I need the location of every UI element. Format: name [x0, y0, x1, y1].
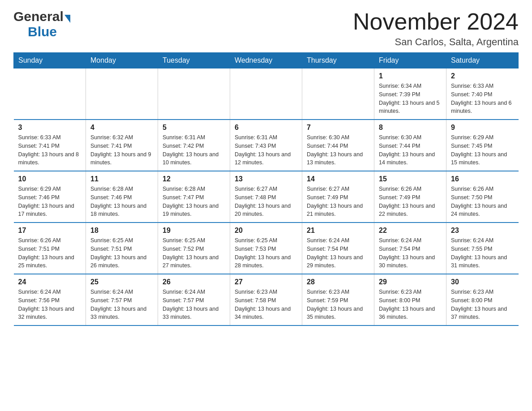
calendar-cell: 10Sunrise: 6:29 AMSunset: 7:46 PMDayligh…	[14, 171, 86, 223]
day-info: Sunrise: 6:23 AMSunset: 8:00 PMDaylight:…	[379, 288, 442, 321]
calendar-week-row: 17Sunrise: 6:26 AMSunset: 7:51 PMDayligh…	[14, 223, 519, 274]
day-number: 20	[235, 227, 297, 235]
day-info: Sunrise: 6:24 AMSunset: 7:56 PMDaylight:…	[18, 288, 82, 321]
day-number: 11	[90, 175, 153, 183]
calendar-cell: 14Sunrise: 6:27 AMSunset: 7:49 PMDayligh…	[302, 171, 374, 223]
day-info: Sunrise: 6:24 AMSunset: 7:57 PMDaylight:…	[90, 288, 153, 321]
day-info: Sunrise: 6:29 AMSunset: 7:45 PMDaylight:…	[451, 133, 514, 167]
day-number: 18	[90, 227, 153, 235]
day-number: 16	[451, 175, 514, 183]
day-info: Sunrise: 6:23 AMSunset: 7:58 PMDaylight:…	[235, 288, 297, 321]
calendar-cell: 6Sunrise: 6:31 AMSunset: 7:43 PMDaylight…	[230, 120, 302, 171]
day-number: 15	[379, 175, 442, 183]
calendar-cell: 5Sunrise: 6:31 AMSunset: 7:42 PMDaylight…	[158, 120, 230, 171]
day-number: 8	[379, 124, 442, 132]
calendar-week-row: 3Sunrise: 6:33 AMSunset: 7:41 PMDaylight…	[14, 120, 519, 171]
day-number: 13	[235, 175, 297, 183]
day-info: Sunrise: 6:29 AMSunset: 7:46 PMDaylight:…	[18, 185, 82, 218]
day-number: 30	[451, 278, 514, 286]
calendar-header-sunday: Sunday	[14, 53, 86, 68]
logo-triangle-icon	[64, 15, 70, 23]
day-number: 19	[163, 227, 225, 235]
calendar-cell: 17Sunrise: 6:26 AMSunset: 7:51 PMDayligh…	[14, 223, 86, 274]
calendar-cell: 16Sunrise: 6:26 AMSunset: 7:50 PMDayligh…	[446, 171, 519, 223]
day-info: Sunrise: 6:25 AMSunset: 7:53 PMDaylight:…	[235, 236, 297, 270]
day-number: 7	[307, 124, 369, 132]
day-number: 9	[451, 124, 514, 132]
day-info: Sunrise: 6:24 AMSunset: 7:54 PMDaylight:…	[307, 236, 369, 270]
day-number: 22	[379, 227, 442, 235]
day-info: Sunrise: 6:25 AMSunset: 7:52 PMDaylight:…	[163, 236, 225, 270]
calendar-cell: 23Sunrise: 6:24 AMSunset: 7:55 PMDayligh…	[446, 223, 519, 274]
day-number: 21	[307, 227, 369, 235]
day-number: 24	[18, 278, 82, 286]
day-info: Sunrise: 6:25 AMSunset: 7:51 PMDaylight:…	[90, 236, 153, 270]
day-number: 10	[18, 175, 82, 183]
calendar-cell: 26Sunrise: 6:24 AMSunset: 7:57 PMDayligh…	[158, 274, 230, 325]
calendar-header-wednesday: Wednesday	[230, 53, 302, 68]
calendar-cell	[14, 68, 86, 120]
calendar-cell	[230, 68, 302, 120]
day-number: 29	[379, 278, 442, 286]
calendar-cell: 13Sunrise: 6:27 AMSunset: 7:48 PMDayligh…	[230, 171, 302, 223]
calendar-cell: 4Sunrise: 6:32 AMSunset: 7:41 PMDaylight…	[86, 120, 158, 171]
calendar-header-thursday: Thursday	[302, 53, 374, 68]
day-info: Sunrise: 6:27 AMSunset: 7:49 PMDaylight:…	[307, 185, 369, 218]
calendar-cell: 3Sunrise: 6:33 AMSunset: 7:41 PMDaylight…	[14, 120, 86, 171]
calendar-header-friday: Friday	[374, 53, 446, 68]
day-info: Sunrise: 6:32 AMSunset: 7:41 PMDaylight:…	[90, 133, 153, 167]
calendar-cell: 2Sunrise: 6:33 AMSunset: 7:40 PMDaylight…	[446, 68, 519, 120]
calendar-cell: 29Sunrise: 6:23 AMSunset: 8:00 PMDayligh…	[374, 274, 446, 325]
calendar-cell: 28Sunrise: 6:23 AMSunset: 7:59 PMDayligh…	[302, 274, 374, 325]
day-info: Sunrise: 6:31 AMSunset: 7:42 PMDaylight:…	[163, 133, 225, 167]
calendar-header-tuesday: Tuesday	[158, 53, 230, 68]
calendar-cell: 7Sunrise: 6:30 AMSunset: 7:44 PMDaylight…	[302, 120, 374, 171]
calendar-cell: 18Sunrise: 6:25 AMSunset: 7:51 PMDayligh…	[86, 223, 158, 274]
day-info: Sunrise: 6:24 AMSunset: 7:57 PMDaylight:…	[163, 288, 225, 321]
title-block: November 2024 San Carlos, Salta, Argenti…	[353, 9, 519, 48]
day-number: 28	[307, 278, 369, 286]
calendar-cell	[86, 68, 158, 120]
day-info: Sunrise: 6:31 AMSunset: 7:43 PMDaylight:…	[235, 133, 297, 167]
day-number: 5	[163, 124, 225, 132]
day-number: 12	[163, 175, 225, 183]
location-subtitle: San Carlos, Salta, Argentina	[353, 36, 519, 48]
page-header: General Blue November 2024 San Carlos, S…	[13, 9, 519, 48]
day-info: Sunrise: 6:33 AMSunset: 7:41 PMDaylight:…	[18, 133, 82, 167]
calendar-cell: 1Sunrise: 6:34 AMSunset: 7:39 PMDaylight…	[374, 68, 446, 120]
day-number: 3	[18, 124, 82, 132]
calendar-cell: 21Sunrise: 6:24 AMSunset: 7:54 PMDayligh…	[302, 223, 374, 274]
calendar-header-saturday: Saturday	[446, 53, 519, 68]
day-number: 2	[451, 72, 514, 80]
day-info: Sunrise: 6:34 AMSunset: 7:39 PMDaylight:…	[379, 82, 442, 116]
day-info: Sunrise: 6:27 AMSunset: 7:48 PMDaylight:…	[235, 185, 297, 218]
calendar-cell: 19Sunrise: 6:25 AMSunset: 7:52 PMDayligh…	[158, 223, 230, 274]
logo-blue-text: Blue	[28, 24, 57, 39]
day-number: 14	[307, 175, 369, 183]
calendar-cell: 12Sunrise: 6:28 AMSunset: 7:47 PMDayligh…	[158, 171, 230, 223]
calendar-cell: 9Sunrise: 6:29 AMSunset: 7:45 PMDaylight…	[446, 120, 519, 171]
logo-general-text: General	[13, 9, 64, 24]
day-info: Sunrise: 6:23 AMSunset: 7:59 PMDaylight:…	[307, 288, 369, 321]
logo: General Blue	[13, 9, 70, 39]
calendar-cell: 27Sunrise: 6:23 AMSunset: 7:58 PMDayligh…	[230, 274, 302, 325]
calendar-cell: 11Sunrise: 6:28 AMSunset: 7:46 PMDayligh…	[86, 171, 158, 223]
calendar-cell: 15Sunrise: 6:26 AMSunset: 7:49 PMDayligh…	[374, 171, 446, 223]
day-number: 17	[18, 227, 82, 235]
calendar-table: SundayMondayTuesdayWednesdayThursdayFrid…	[13, 52, 519, 326]
day-number: 4	[90, 124, 153, 132]
calendar-cell: 24Sunrise: 6:24 AMSunset: 7:56 PMDayligh…	[14, 274, 86, 325]
day-info: Sunrise: 6:30 AMSunset: 7:44 PMDaylight:…	[307, 133, 369, 167]
day-number: 6	[235, 124, 297, 132]
calendar-cell: 22Sunrise: 6:24 AMSunset: 7:54 PMDayligh…	[374, 223, 446, 274]
day-info: Sunrise: 6:23 AMSunset: 8:00 PMDaylight:…	[451, 288, 514, 321]
day-number: 26	[163, 278, 225, 286]
day-info: Sunrise: 6:26 AMSunset: 7:51 PMDaylight:…	[18, 236, 82, 270]
calendar-week-row: 1Sunrise: 6:34 AMSunset: 7:39 PMDaylight…	[14, 68, 519, 120]
day-number: 1	[379, 72, 442, 80]
day-info: Sunrise: 6:33 AMSunset: 7:40 PMDaylight:…	[451, 82, 514, 116]
calendar-cell	[302, 68, 374, 120]
main-title: November 2024	[353, 9, 519, 34]
calendar-header-monday: Monday	[86, 53, 158, 68]
day-number: 23	[451, 227, 514, 235]
